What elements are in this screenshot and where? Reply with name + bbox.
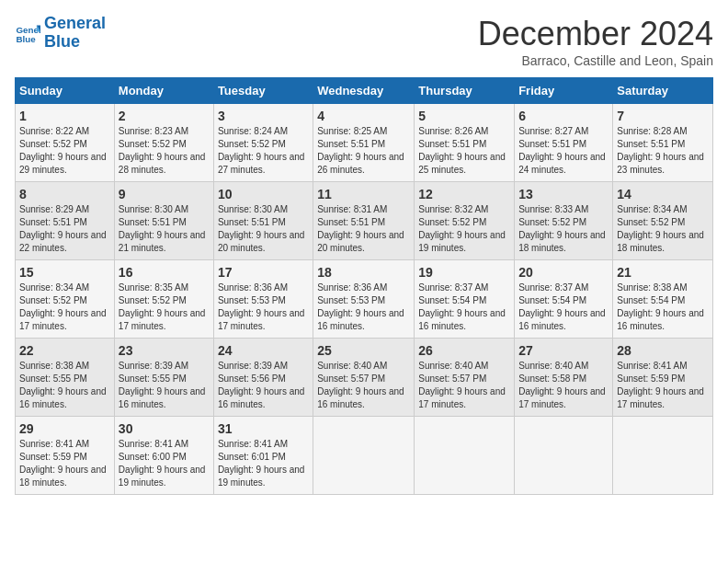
day-number: 14 — [617, 187, 709, 201]
day-info: Sunrise: 8:30 AMSunset: 5:51 PMDaylight:… — [119, 203, 210, 255]
calendar-cell: 16Sunrise: 8:35 AMSunset: 5:52 PMDayligh… — [114, 260, 213, 339]
calendar-cell: 15Sunrise: 8:34 AMSunset: 5:52 PMDayligh… — [16, 260, 115, 339]
day-number: 12 — [418, 187, 510, 201]
day-info: Sunrise: 8:32 AMSunset: 5:52 PMDaylight:… — [418, 203, 510, 255]
day-info: Sunrise: 8:25 AMSunset: 5:51 PMDaylight:… — [317, 125, 410, 177]
calendar-cell: 5Sunrise: 8:26 AMSunset: 5:51 PMDaylight… — [415, 104, 515, 182]
header-wednesday: Wednesday — [313, 78, 415, 104]
day-number: 29 — [19, 421, 110, 436]
day-number: 20 — [518, 265, 609, 280]
day-number: 13 — [518, 187, 609, 201]
calendar-cell — [415, 417, 515, 495]
header: General Blue General Blue December 2024 … — [15, 15, 713, 68]
calendar-cell: 2Sunrise: 8:23 AMSunset: 5:52 PMDaylight… — [114, 104, 213, 182]
day-number: 23 — [119, 343, 210, 358]
day-info: Sunrise: 8:35 AMSunset: 5:52 PMDaylight:… — [119, 282, 210, 333]
day-info: Sunrise: 8:26 AMSunset: 5:51 PMDaylight:… — [418, 125, 510, 177]
day-info: Sunrise: 8:28 AMSunset: 5:51 PMDaylight:… — [617, 125, 709, 177]
header-monday: Monday — [114, 78, 213, 104]
day-number: 21 — [617, 265, 709, 280]
day-number: 10 — [218, 187, 309, 201]
day-number: 18 — [317, 265, 410, 280]
day-info: Sunrise: 8:37 AMSunset: 5:54 PMDaylight:… — [418, 282, 510, 333]
header-friday: Friday — [515, 78, 613, 104]
day-info: Sunrise: 8:39 AMSunset: 5:55 PMDaylight:… — [119, 360, 210, 411]
week-row-1: 1Sunrise: 8:22 AMSunset: 5:52 PMDaylight… — [16, 104, 713, 182]
day-info: Sunrise: 8:40 AMSunset: 5:58 PMDaylight:… — [518, 360, 609, 411]
calendar-cell: 24Sunrise: 8:39 AMSunset: 5:56 PMDayligh… — [213, 339, 313, 417]
calendar-cell: 29Sunrise: 8:41 AMSunset: 5:59 PMDayligh… — [16, 417, 115, 495]
day-info: Sunrise: 8:37 AMSunset: 5:54 PMDaylight:… — [518, 282, 609, 333]
day-info: Sunrise: 8:29 AMSunset: 5:51 PMDaylight:… — [19, 203, 110, 255]
day-number: 15 — [19, 265, 110, 280]
calendar-cell: 1Sunrise: 8:22 AMSunset: 5:52 PMDaylight… — [16, 104, 115, 182]
day-info: Sunrise: 8:34 AMSunset: 5:52 PMDaylight:… — [617, 203, 709, 255]
day-info: Sunrise: 8:41 AMSunset: 6:01 PMDaylight:… — [218, 438, 309, 489]
title-area: December 2024 Barraco, Castille and Leon… — [478, 15, 713, 68]
day-info: Sunrise: 8:41 AMSunset: 6:00 PMDaylight:… — [119, 438, 210, 489]
day-number: 5 — [418, 109, 510, 123]
logo-line2: Blue — [44, 32, 80, 51]
day-number: 27 — [518, 343, 609, 358]
calendar-cell: 13Sunrise: 8:33 AMSunset: 5:52 PMDayligh… — [515, 182, 613, 260]
header-tuesday: Tuesday — [213, 78, 313, 104]
day-number: 11 — [317, 187, 410, 201]
day-number: 6 — [518, 109, 609, 123]
calendar-cell: 19Sunrise: 8:37 AMSunset: 5:54 PMDayligh… — [415, 260, 515, 339]
month-title: December 2024 — [478, 15, 713, 53]
day-number: 9 — [119, 187, 210, 201]
day-info: Sunrise: 8:22 AMSunset: 5:52 PMDaylight:… — [19, 125, 110, 177]
day-number: 26 — [418, 343, 510, 358]
calendar-cell: 3Sunrise: 8:24 AMSunset: 5:52 PMDaylight… — [213, 104, 313, 182]
day-info: Sunrise: 8:40 AMSunset: 5:57 PMDaylight:… — [418, 360, 510, 411]
logo-line1: General — [44, 14, 106, 32]
logo: General Blue General Blue — [15, 15, 106, 52]
week-row-5: 29Sunrise: 8:41 AMSunset: 5:59 PMDayligh… — [16, 417, 713, 495]
week-row-4: 22Sunrise: 8:38 AMSunset: 5:55 PMDayligh… — [16, 339, 713, 417]
calendar-cell: 9Sunrise: 8:30 AMSunset: 5:51 PMDaylight… — [114, 182, 213, 260]
day-info: Sunrise: 8:33 AMSunset: 5:52 PMDaylight:… — [518, 203, 609, 255]
calendar-cell: 4Sunrise: 8:25 AMSunset: 5:51 PMDaylight… — [313, 104, 415, 182]
day-number: 28 — [617, 343, 709, 358]
day-number: 17 — [218, 265, 309, 280]
day-info: Sunrise: 8:36 AMSunset: 5:53 PMDaylight:… — [317, 282, 410, 333]
calendar-table: SundayMondayTuesdayWednesdayThursdayFrid… — [15, 77, 713, 495]
day-info: Sunrise: 8:38 AMSunset: 5:55 PMDaylight:… — [19, 360, 110, 411]
calendar-cell: 11Sunrise: 8:31 AMSunset: 5:51 PMDayligh… — [313, 182, 415, 260]
day-number: 25 — [317, 343, 410, 358]
calendar-cell: 25Sunrise: 8:40 AMSunset: 5:57 PMDayligh… — [313, 339, 415, 417]
calendar-cell: 27Sunrise: 8:40 AMSunset: 5:58 PMDayligh… — [515, 339, 613, 417]
calendar-cell — [313, 417, 415, 495]
day-info: Sunrise: 8:24 AMSunset: 5:52 PMDaylight:… — [218, 125, 309, 177]
day-number: 3 — [218, 109, 309, 123]
day-number: 16 — [119, 265, 210, 280]
calendar-cell: 22Sunrise: 8:38 AMSunset: 5:55 PMDayligh… — [16, 339, 115, 417]
calendar-cell: 7Sunrise: 8:28 AMSunset: 5:51 PMDaylight… — [613, 104, 713, 182]
calendar-cell: 14Sunrise: 8:34 AMSunset: 5:52 PMDayligh… — [613, 182, 713, 260]
header-row: SundayMondayTuesdayWednesdayThursdayFrid… — [16, 78, 713, 104]
week-row-2: 8Sunrise: 8:29 AMSunset: 5:51 PMDaylight… — [16, 182, 713, 260]
svg-text:Blue: Blue — [16, 34, 36, 44]
header-thursday: Thursday — [415, 78, 515, 104]
calendar-cell — [613, 417, 713, 495]
day-number: 30 — [119, 421, 210, 436]
day-info: Sunrise: 8:34 AMSunset: 5:52 PMDaylight:… — [19, 282, 110, 333]
header-saturday: Saturday — [613, 78, 713, 104]
calendar-cell: 12Sunrise: 8:32 AMSunset: 5:52 PMDayligh… — [415, 182, 515, 260]
day-info: Sunrise: 8:27 AMSunset: 5:51 PMDaylight:… — [518, 125, 609, 177]
calendar-cell: 8Sunrise: 8:29 AMSunset: 5:51 PMDaylight… — [16, 182, 115, 260]
calendar-cell: 30Sunrise: 8:41 AMSunset: 6:00 PMDayligh… — [114, 417, 213, 495]
day-info: Sunrise: 8:23 AMSunset: 5:52 PMDaylight:… — [119, 125, 210, 177]
day-number: 31 — [218, 421, 309, 436]
calendar-cell — [515, 417, 613, 495]
calendar-cell: 20Sunrise: 8:37 AMSunset: 5:54 PMDayligh… — [515, 260, 613, 339]
day-info: Sunrise: 8:41 AMSunset: 5:59 PMDaylight:… — [19, 438, 110, 489]
day-info: Sunrise: 8:31 AMSunset: 5:51 PMDaylight:… — [317, 203, 410, 255]
day-number: 24 — [218, 343, 309, 358]
day-info: Sunrise: 8:36 AMSunset: 5:53 PMDaylight:… — [218, 282, 309, 333]
day-number: 2 — [119, 109, 210, 123]
calendar-cell: 26Sunrise: 8:40 AMSunset: 5:57 PMDayligh… — [415, 339, 515, 417]
calendar-cell: 28Sunrise: 8:41 AMSunset: 5:59 PMDayligh… — [613, 339, 713, 417]
day-number: 7 — [617, 109, 709, 123]
day-number: 8 — [19, 187, 110, 201]
